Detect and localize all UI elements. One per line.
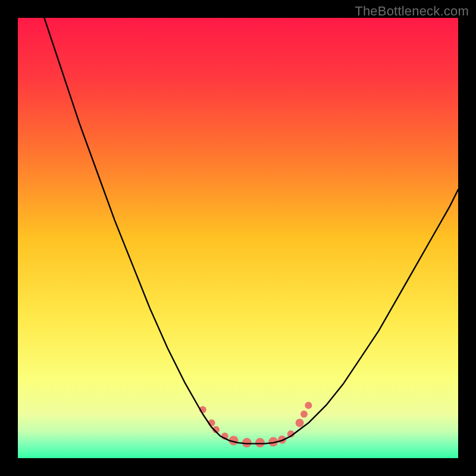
chart-markers	[199, 402, 312, 447]
chart-plot-area	[18, 18, 458, 458]
chart-curve-layer	[18, 18, 458, 458]
chart-marker	[300, 411, 308, 418]
chart-frame: TheBottleneck.com	[0, 0, 476, 476]
watermark-text: TheBottleneck.com	[355, 4, 469, 19]
chart-marker	[255, 438, 265, 447]
chart-marker	[305, 402, 312, 409]
chart-curve	[44, 18, 458, 444]
chart-marker	[296, 419, 304, 427]
